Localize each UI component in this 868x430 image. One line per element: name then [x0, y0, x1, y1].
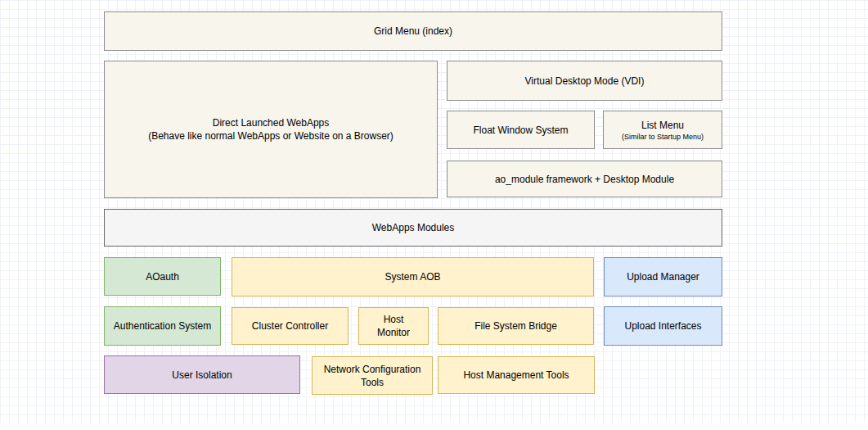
node-grid-menu-label: Grid Menu (index) — [111, 25, 715, 38]
node-aoauth[interactable]: AOauth — [104, 257, 221, 296]
node-list-menu-sublabel: (Similar to Startup Menu) — [610, 132, 715, 142]
node-upload-interfaces-label: Upload Interfaces — [611, 319, 715, 333]
node-cluster-controller-label: Cluster Controller — [239, 319, 341, 333]
node-direct-launched-webapps-sublabel: (Behave like normal WebApps or Website o… — [111, 129, 430, 143]
node-ao-module-framework[interactable]: ao_module framework + Desktop Module — [447, 161, 722, 197]
node-virtual-desktop-mode-label: Virtual Desktop Mode (VDI) — [454, 75, 715, 88]
node-authentication-system[interactable]: Authentication System — [104, 306, 221, 346]
node-network-configuration-tools[interactable]: Network Configuration Tools — [312, 356, 433, 395]
node-upload-manager-label: Upload Manager — [611, 270, 715, 283]
node-host-management-tools[interactable]: Host Management Tools — [438, 356, 595, 394]
node-direct-launched-webapps-label: Direct Launched WebApps — [111, 116, 430, 129]
node-network-configuration-tools-label: Network Configuration Tools — [319, 363, 425, 389]
node-host-monitor[interactable]: Host Monitor — [358, 307, 429, 345]
node-host-monitor-label: Host Monitor — [366, 313, 421, 339]
node-list-menu[interactable]: List Menu (Similar to Startup Menu) — [603, 111, 722, 149]
node-upload-interfaces[interactable]: Upload Interfaces — [604, 306, 722, 346]
diagram-canvas: Grid Menu (index) Direct Launched WebApp… — [0, 0, 868, 430]
node-cluster-controller[interactable]: Cluster Controller — [232, 307, 349, 345]
canvas-bottom-margin — [0, 423, 868, 430]
node-ao-module-framework-label: ao_module framework + Desktop Module — [454, 173, 715, 186]
node-webapps-modules[interactable]: WebApps Modules — [104, 209, 722, 247]
node-file-system-bridge-label: File System Bridge — [445, 319, 587, 333]
node-virtual-desktop-mode[interactable]: Virtual Desktop Mode (VDI) — [447, 61, 722, 101]
node-user-isolation[interactable]: User Isolation — [104, 355, 300, 394]
node-upload-manager[interactable]: Upload Manager — [604, 257, 722, 296]
node-aoauth-label: AOauth — [111, 270, 214, 283]
node-float-window-system-label: Float Window System — [454, 124, 587, 137]
node-authentication-system-label: Authentication System — [111, 319, 214, 333]
node-list-menu-label: List Menu — [610, 119, 715, 132]
node-float-window-system[interactable]: Float Window System — [447, 111, 595, 149]
node-direct-launched-webapps[interactable]: Direct Launched WebApps (Behave like nor… — [104, 61, 438, 198]
node-host-management-tools-label: Host Management Tools — [445, 369, 587, 382]
node-grid-menu[interactable]: Grid Menu (index) — [104, 11, 722, 51]
node-user-isolation-label: User Isolation — [111, 369, 293, 382]
node-webapps-modules-label: WebApps Modules — [111, 221, 715, 234]
node-file-system-bridge[interactable]: File System Bridge — [438, 307, 594, 345]
node-system-aob-label: System AOB — [239, 270, 587, 283]
node-system-aob[interactable]: System AOB — [232, 257, 594, 296]
